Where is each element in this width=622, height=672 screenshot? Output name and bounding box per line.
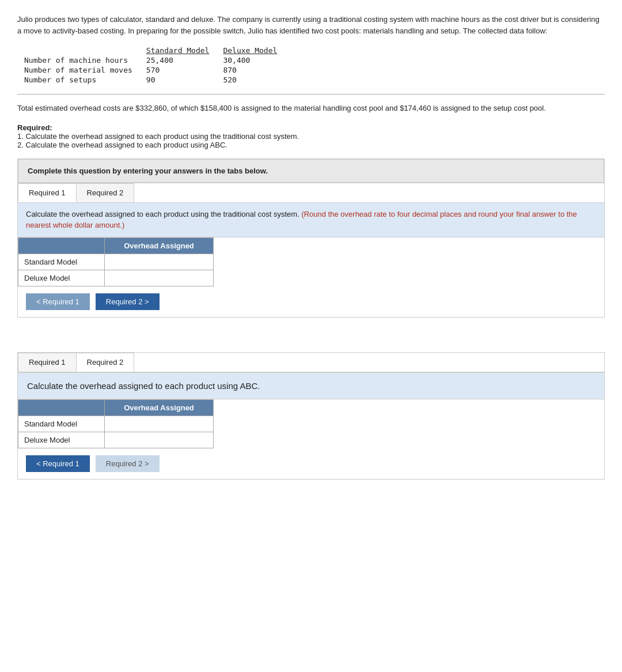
panel1-deluxe-input[interactable] bbox=[111, 274, 207, 282]
panel2-next-label: Required 2 > bbox=[106, 459, 149, 468]
col-header-standard: Standard Model bbox=[139, 46, 217, 55]
panel2-prev-label: < Required 1 bbox=[36, 459, 79, 468]
tab-content-panel1: Calculate the overhead assigned to each … bbox=[18, 203, 604, 317]
panel2-grid-wrapper: Overhead Assigned Standard Model Deluxe … bbox=[18, 399, 604, 448]
panel2-deluxe-label: Deluxe Model bbox=[18, 432, 105, 448]
panel1-standard-input-cell[interactable] bbox=[105, 254, 214, 270]
tab-required-2-panel2[interactable]: Required 2 bbox=[76, 353, 135, 372]
panel1-row-deluxe: Deluxe Model bbox=[18, 270, 214, 286]
panel-1: Complete this question by entering your … bbox=[17, 158, 605, 318]
col-header-deluxe: Deluxe Model bbox=[216, 46, 284, 55]
standard-machine-hours: 25,400 bbox=[139, 55, 217, 65]
panel2-instruction: Calculate the overhead assigned to each … bbox=[18, 373, 604, 399]
panel2-nav-buttons: < Required 1 Required 2 > bbox=[18, 448, 604, 479]
panel1-next-label: Required 2 > bbox=[106, 297, 149, 306]
panel1-nav-buttons: < Required 1 Required 2 > bbox=[18, 286, 604, 317]
required-heading: Required: bbox=[17, 123, 605, 132]
standard-setups: 90 bbox=[139, 75, 217, 85]
tab-required-1-panel2[interactable]: Required 1 bbox=[18, 353, 77, 372]
panel1-instruction: Calculate the overhead assigned to each … bbox=[18, 203, 604, 237]
tabs-row-1: Required 1 Required 2 bbox=[18, 183, 604, 203]
required-item-1: 1. Calculate the overhead assigned to ea… bbox=[17, 132, 605, 141]
table-row: Number of material moves 570 870 bbox=[17, 65, 284, 75]
panel1-instruction-text: Calculate the overhead assigned to each … bbox=[26, 210, 299, 218]
deluxe-machine-hours: 30,400 bbox=[216, 55, 284, 65]
panel1-deluxe-input-cell[interactable] bbox=[105, 270, 214, 286]
standard-material-moves: 570 bbox=[139, 65, 217, 75]
panel2-grid-table: Overhead Assigned Standard Model Deluxe … bbox=[18, 399, 214, 448]
panel-2: Required 1 Required 2 Calculate the over… bbox=[17, 352, 605, 480]
panel1-standard-input[interactable] bbox=[111, 258, 207, 266]
panel1-row-standard: Standard Model bbox=[18, 254, 214, 270]
panel1-standard-label: Standard Model bbox=[18, 254, 105, 270]
panel1-grid-wrapper: Overhead Assigned Standard Model Deluxe … bbox=[18, 237, 604, 286]
row-label-setups: Number of setups bbox=[17, 75, 139, 85]
row-label-machine: Number of machine hours bbox=[17, 55, 139, 65]
panel2-overhead-header: Overhead Assigned bbox=[105, 399, 214, 416]
panel1-next-button[interactable]: Required 2 > bbox=[96, 293, 160, 310]
panel2-prev-button[interactable]: < Required 1 bbox=[26, 455, 90, 472]
panel2-row-standard: Standard Model bbox=[18, 416, 214, 432]
summary-text: Total estimated overhead costs are $332,… bbox=[17, 103, 605, 114]
required-section: Required: 1. Calculate the overhead assi… bbox=[17, 123, 605, 149]
table-row: Number of machine hours 25,400 30,400 bbox=[17, 55, 284, 65]
panel1-grid-table: Overhead Assigned Standard Model Deluxe … bbox=[18, 237, 214, 286]
row-label-material: Number of material moves bbox=[17, 65, 139, 75]
panel2-standard-label: Standard Model bbox=[18, 416, 105, 432]
panel2-deluxe-input-cell[interactable] bbox=[105, 432, 214, 448]
tab-required-1-panel1[interactable]: Required 1 bbox=[18, 183, 77, 202]
panel2-standard-input[interactable] bbox=[111, 420, 207, 428]
data-table: Standard Model Deluxe Model Number of ma… bbox=[17, 46, 284, 85]
table-row: Number of setups 90 520 bbox=[17, 75, 284, 85]
panel2-row-deluxe: Deluxe Model bbox=[18, 432, 214, 448]
tab-required-2-panel1[interactable]: Required 2 bbox=[76, 183, 135, 202]
tabs-row-2: Required 1 Required 2 bbox=[18, 353, 604, 372]
panel1-overhead-header: Overhead Assigned bbox=[105, 237, 214, 254]
intro-paragraph: Julio produces two types of calculator, … bbox=[17, 14, 605, 36]
complete-instruction: Complete this question by entering your … bbox=[18, 159, 604, 183]
panel1-prev-button[interactable]: < Required 1 bbox=[26, 293, 90, 310]
deluxe-material-moves: 870 bbox=[216, 65, 284, 75]
panel2-next-button[interactable]: Required 2 > bbox=[96, 455, 160, 472]
required-item-2: 2. Calculate the overhead assigned to ea… bbox=[17, 141, 605, 149]
panel1-empty-header bbox=[18, 237, 105, 254]
panel2-standard-input-cell[interactable] bbox=[105, 416, 214, 432]
panel2-deluxe-input[interactable] bbox=[111, 436, 207, 444]
panel2-empty-header bbox=[18, 399, 105, 416]
panel1-prev-label: < Required 1 bbox=[36, 297, 79, 306]
deluxe-setups: 520 bbox=[216, 75, 284, 85]
panel1-deluxe-label: Deluxe Model bbox=[18, 270, 105, 286]
